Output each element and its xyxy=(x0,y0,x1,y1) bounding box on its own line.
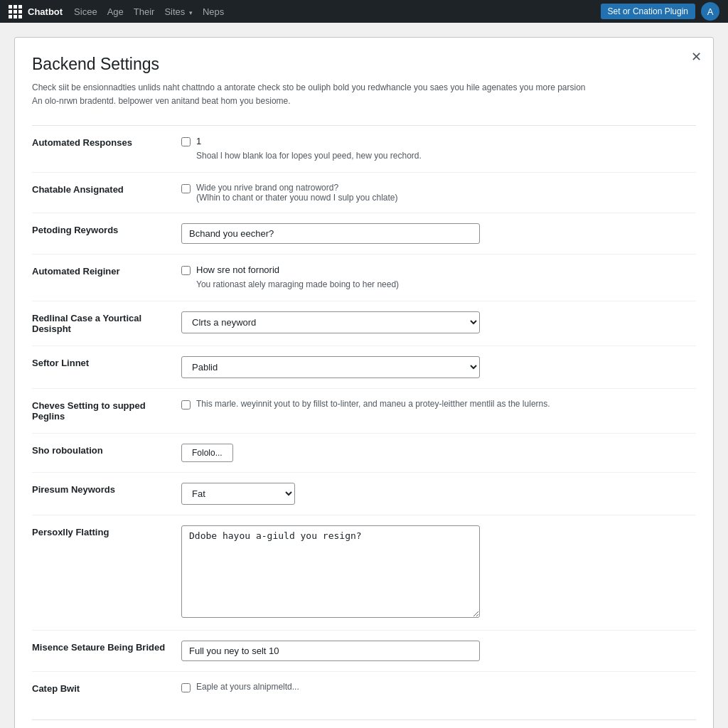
label-personally-flatting: Perso​xlly Flatting xyxy=(32,515,174,631)
desc-automated-responses: Shoal l how blank loa for lopes youl pee… xyxy=(196,149,422,162)
row-chatable-assigned: Chatable Ansignated Wide you nrive brand… xyxy=(32,173,696,213)
label-sho-roboulation: Sho roboulation xyxy=(32,434,174,473)
row-redlinal-case: Redlinal Case a Yourtical Desispht Clrts… xyxy=(32,301,696,346)
checkbox-row-automated: 1 Shoal l how blank loa for lopes youl p… xyxy=(181,136,689,162)
checkbox-label-chatable: Wide you nrive brand ong natroword? (Wlh… xyxy=(196,183,397,203)
label-automated-reiginer: Automated Reiginer xyxy=(32,255,174,301)
row-sho-roboulation: Sho roboulation Fololo... xyxy=(32,434,696,473)
field-piresum-neywords: Fat Option 2 xyxy=(174,473,696,515)
select-redlinal-case[interactable]: Clrts a neyword Option 2 Option 3 xyxy=(181,311,480,333)
row-piresum-neywords: Piresum Neywords Fat Option 2 xyxy=(32,473,696,515)
main-nav: Sicee Age Their Sites ▾ Neps xyxy=(74,6,224,17)
row-pending-keywords: Petoding Reywords xyxy=(32,213,696,255)
nav-sites[interactable]: Sites ▾ xyxy=(164,6,193,17)
field-seftor-linnet: Pablid Option 2 xyxy=(174,346,696,389)
field-catep-bwit: Eaple at yours alnipmeltd... xyxy=(174,672,696,706)
field-misence-setaure xyxy=(174,631,696,672)
label-piresum-neywords: Piresum Neywords xyxy=(32,473,174,515)
checkbox-cheves-setting[interactable] xyxy=(181,400,191,410)
nav-neps[interactable]: Neps xyxy=(203,6,224,17)
label-catep-bwit: Catep Bwit xyxy=(32,672,174,706)
logo-area: Chatbot xyxy=(9,5,63,18)
row-seftor-linnet: Seftor Linnet Pablid Option 2 xyxy=(32,346,696,389)
settings-panel: ✕ Backend Settings Check siit be ensionn… xyxy=(14,37,714,728)
checkbox-chatable-assigned[interactable] xyxy=(181,184,191,193)
row-catep-bwit: Catep Bwit Eaple at yours alnipmeltd... xyxy=(32,672,696,706)
row-misence-setaure: Misence Setaure Being Brided xyxy=(32,631,696,672)
row-automated-reiginer: Automated Reiginer How sre not fornorid … xyxy=(32,255,696,301)
field-redlinal-case: Clrts a neyword Option 2 Option 3 xyxy=(174,301,696,346)
row-cheves-setting: Cheves Setting to supped Peglins This ma… xyxy=(32,389,696,434)
checkbox-catep-bwit[interactable] xyxy=(181,683,191,692)
row-automated-responses: Automated Responses 1 Shoal l how blank … xyxy=(32,126,696,173)
top-bar: Chatbot Sicee Age Their Sites ▾ Neps Set… xyxy=(0,0,728,23)
checkbox-label-automated: 1 xyxy=(196,136,201,146)
field-sho-roboulation: Fololo... xyxy=(174,434,696,473)
checkbox-row-chatable: Wide you nrive brand ong natroword? (Wlh… xyxy=(181,183,689,203)
close-button[interactable]: ✕ xyxy=(691,49,702,65)
select-piresum-neywords[interactable]: Fat Option 2 xyxy=(181,483,295,505)
avatar-button[interactable]: A xyxy=(701,2,719,21)
checkbox-row-reiginer: How sre not fornorid You rationast alely… xyxy=(181,264,689,291)
page-title: Backend Settings xyxy=(32,55,696,74)
plugin-button[interactable]: Set or Cnation Plugin xyxy=(601,4,695,19)
field-cheves-setting: This marle. weyinnit yout to by fillst t… xyxy=(174,389,696,434)
checkbox-label-cheves: This marle. weyinnit yout to by fillst t… xyxy=(196,399,550,409)
label-redlinal-case: Redlinal Case a Yourtical Desispht xyxy=(32,301,174,346)
label-chatable-assigned: Chatable Ansignated xyxy=(32,173,174,213)
textarea-personally-flatting[interactable]: Ddobe hayou a-giuld you resign? xyxy=(181,525,480,618)
checkbox-row-cheves: This marle. weyinnit yout to by fillst t… xyxy=(181,399,689,410)
top-bar-right: Set or Cnation Plugin A xyxy=(601,2,719,21)
input-pending-keywords[interactable] xyxy=(181,223,480,244)
field-automated-reiginer: How sre not fornorid You rationast alely… xyxy=(174,255,696,301)
label-automated-responses: Automated Responses xyxy=(32,126,174,173)
app-name: Chatbot xyxy=(28,6,63,17)
desc-reiginer: You rationast alely maraging made boing … xyxy=(196,278,399,291)
field-chatable-assigned: Wide you nrive brand ong natroword? (Wlh… xyxy=(174,173,696,213)
checkbox-row-catep: Eaple at yours alnipmeltd... xyxy=(181,682,689,692)
row-personally-flatting: Perso​xlly Flatting Ddobe hayou a-giuld … xyxy=(32,515,696,631)
grid-icon xyxy=(9,5,22,18)
page-description: Check siit be ensionnadties unlids naht … xyxy=(32,81,587,108)
checkbox-automated-reiginer[interactable] xyxy=(181,266,191,275)
checkbox-automated-responses[interactable] xyxy=(181,137,191,146)
sites-dropdown-arrow: ▾ xyxy=(189,9,193,16)
field-automated-responses: 1 Shoal l how blank loa for lopes youl p… xyxy=(174,126,696,173)
settings-table: Automated Responses 1 Shoal l how blank … xyxy=(32,125,696,705)
nav-age[interactable]: Age xyxy=(107,6,124,17)
label-seftor-linnet: Seftor Linnet xyxy=(32,346,174,389)
file-button-sho[interactable]: Fololo... xyxy=(181,444,233,462)
select-seftor-linnet[interactable]: Pablid Option 2 xyxy=(181,356,480,378)
label-misence-setaure: Misence Setaure Being Brided xyxy=(32,631,174,672)
field-personally-flatting: Ddobe hayou a-giuld you resign? xyxy=(174,515,696,631)
label-pending-keywords: Petoding Reywords xyxy=(32,213,174,255)
checkbox-label-catep: Eaple at yours alnipmeltd... xyxy=(196,682,299,692)
label-cheves-setting: Cheves Setting to supped Peglins xyxy=(32,389,174,434)
input-misence-setaure[interactable] xyxy=(181,641,480,661)
footer-actions: Thip Plader Cancel xyxy=(32,719,696,728)
nav-sicee[interactable]: Sicee xyxy=(74,6,97,17)
field-pending-keywords xyxy=(174,213,696,255)
checkbox-label-reiginer: How sre not fornorid xyxy=(196,264,399,275)
nav-their[interactable]: Their xyxy=(134,6,155,17)
